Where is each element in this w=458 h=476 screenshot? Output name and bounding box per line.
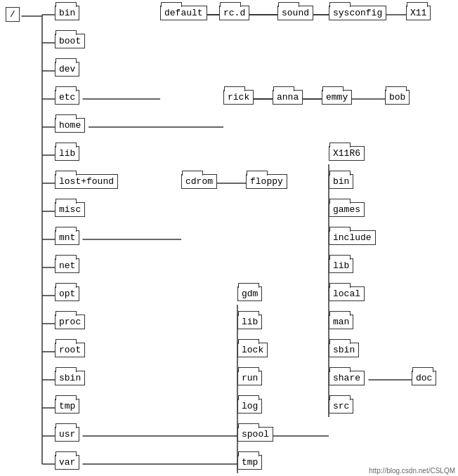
folder-root: / <box>6 7 20 22</box>
folder-opt: opt <box>55 286 79 301</box>
folder-bob: bob <box>385 90 410 105</box>
folder-run: run <box>237 371 262 385</box>
folder-man: man <box>329 315 353 329</box>
folder-lib: lib <box>237 315 262 329</box>
folder-sysconfig: sysconfig <box>329 6 386 20</box>
folder-bin: bin <box>55 6 79 20</box>
folder-mnt: mnt <box>55 230 79 245</box>
folder-usr: usr <box>55 427 79 442</box>
folder-share: share <box>329 371 365 385</box>
folder-include: include <box>329 230 376 245</box>
folder-var: var <box>55 455 79 470</box>
tree-container: /binbootdevetchomeliblost+foundmiscmntne… <box>0 0 458 476</box>
folder-sound: sound <box>277 6 313 20</box>
folder-lib: lib <box>55 146 79 161</box>
folder-sbin: sbin <box>55 371 85 385</box>
folder-tmp: tmp <box>55 399 79 414</box>
folder-local: local <box>329 286 365 301</box>
folder-lost_found: lost+found <box>55 174 118 189</box>
folder-net: net <box>55 258 79 273</box>
folder-X11R6: X11R6 <box>329 146 365 161</box>
folder-misc: misc <box>55 202 85 217</box>
folder-bin: bin <box>329 174 353 189</box>
folder-games: games <box>329 202 365 217</box>
folder-anna: anna <box>273 90 303 105</box>
folder-src: src <box>329 399 353 414</box>
folder-lib: lib <box>329 258 353 273</box>
folder-boot: boot <box>55 34 85 48</box>
folder-etc: etc <box>55 90 79 105</box>
folder-gdm: gdm <box>237 286 262 301</box>
watermark: http://blog.csdn.net/CSLQM <box>369 467 455 475</box>
folder-rick: rick <box>223 90 254 105</box>
folder-dev: dev <box>55 62 79 77</box>
folder-lock: lock <box>237 343 268 357</box>
folder-floppy: floppy <box>246 174 287 189</box>
folder-X11: X11 <box>406 6 431 20</box>
folder-default: default <box>160 6 207 20</box>
folder-doc: doc <box>412 371 436 385</box>
folder-emmy: emmy <box>322 90 352 105</box>
folder-home: home <box>55 118 85 133</box>
folder-log: log <box>237 399 262 414</box>
folder-tmp: tmp <box>237 455 262 470</box>
folder-root: root <box>55 343 85 357</box>
folder-rc_d: rc.d <box>219 6 249 20</box>
folder-sbin: sbin <box>329 343 359 357</box>
folder-cdrom: cdrom <box>181 174 217 189</box>
folder-spool: spool <box>237 427 273 442</box>
folder-proc: proc <box>55 315 85 329</box>
